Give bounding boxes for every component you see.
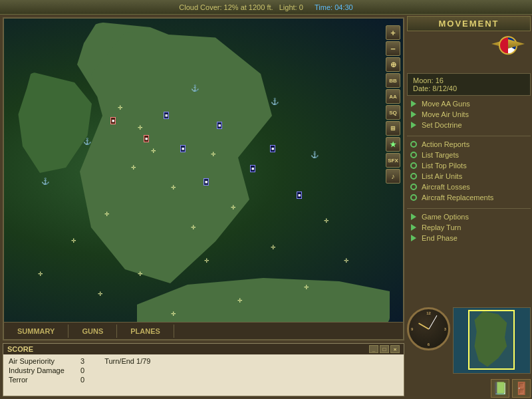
score-stats: Air Superiority 3 Industry Damage 0 Terr… xyxy=(9,357,84,384)
play-icon-air xyxy=(410,110,418,118)
map-area[interactable]: ⚓ ⚓ ⚓ ✛ ✛ ✛ ✛ ✛ ✛ ✛ ✛ ✛ ■ ■ ■ ■ ■ ■ ■ ■ xyxy=(4,19,403,322)
unit-cross-17: ✛ xyxy=(97,291,104,297)
unit-icon-button[interactable]: ⊞ xyxy=(386,121,400,136)
tab-planes[interactable]: PLANES xyxy=(117,325,174,338)
mini-map-viewport xyxy=(468,310,515,370)
score-body: Air Superiority 3 Industry Damage 0 Terr… xyxy=(3,354,404,386)
unit-cross-4: ✛ xyxy=(130,165,137,171)
menu-item-set-doctrine[interactable]: Set Doctrine xyxy=(407,120,531,130)
cloud-cover-text: Cloud Cover: 12% at 1200 ft. xyxy=(179,3,273,11)
game-options-label: Game Options xyxy=(422,213,469,221)
clock-num-3: 3 xyxy=(444,327,446,331)
air-superiority-value: 3 xyxy=(80,357,84,365)
unit-cross-10: ✛ xyxy=(70,238,77,244)
green-book-button[interactable]: 📗 xyxy=(491,379,509,398)
bb-button[interactable]: BB xyxy=(386,73,400,88)
score-header-controls: _ □ × xyxy=(369,345,400,353)
clock-minute-hand xyxy=(428,315,437,329)
unit-cross-19: ✛ xyxy=(323,218,330,224)
unit-red-2: ■ xyxy=(144,135,149,142)
unit-cross-12: ✛ xyxy=(203,258,210,264)
unit-cross-9: ✛ xyxy=(104,211,110,217)
menu-item-action-reports[interactable]: Action Reports xyxy=(407,139,531,150)
circle-icon-losses xyxy=(410,183,418,191)
music-button[interactable]: ♪ xyxy=(386,169,400,184)
terror-value: 0 xyxy=(80,376,84,384)
time-text: Time: 04:30 xyxy=(315,3,353,11)
menu-item-list-air-units[interactable]: List Air Units xyxy=(407,171,531,182)
map-toolbar: + − ⊕ BB AA SQ ⊞ ★ SFX ♪ xyxy=(386,25,400,184)
menu-section-options: Game Options Replay Turn End Phase xyxy=(407,211,531,243)
unit-cross-3: ✛ xyxy=(150,148,157,154)
menu-item-end-phase[interactable]: End Phase xyxy=(407,233,531,243)
menu-item-aircraft-losses[interactable]: Aircraft Losses xyxy=(407,182,531,192)
menu-item-list-targets[interactable]: List Targets xyxy=(407,150,531,160)
unit-anchor-1: ⚓ xyxy=(82,138,92,144)
moon-label: Moon: xyxy=(413,76,434,84)
menu-item-list-top-pilots[interactable]: List Top Pilots xyxy=(407,160,531,171)
aa-button[interactable]: AA xyxy=(386,89,400,104)
unit-blue-5: ■ xyxy=(250,165,255,172)
score-row-industry: Industry Damage 0 xyxy=(9,366,84,374)
score-header: SCORE _ □ × xyxy=(3,344,404,354)
score-title: SCORE xyxy=(7,345,33,353)
star-button[interactable]: ★ xyxy=(386,137,400,152)
map-container: ⚓ ⚓ ⚓ ✛ ✛ ✛ ✛ ✛ ✛ ✛ ✛ ✛ ■ ■ ■ ■ ■ ■ ■ ■ xyxy=(3,17,404,340)
unit-cross-14: ✛ xyxy=(303,285,310,291)
light-text: Light: 0 xyxy=(279,3,303,11)
clock-hour-hand xyxy=(418,323,429,330)
score-turn: Turn/End 1/79 xyxy=(104,357,150,384)
date-label: Date: xyxy=(413,84,430,92)
score-close-button[interactable]: × xyxy=(390,345,400,353)
sfx-button[interactable]: SFX xyxy=(386,153,400,168)
tab-summary[interactable]: SUMMARY xyxy=(4,325,68,338)
tab-guns[interactable]: GUNS xyxy=(68,325,117,338)
score-minimize-button[interactable]: _ xyxy=(369,345,378,353)
circle-icon-airunits xyxy=(410,172,418,180)
circle-icon-pilots xyxy=(410,162,418,170)
unit-anchor-2: ⚓ xyxy=(41,178,50,184)
unit-blue-4: ■ xyxy=(203,178,209,186)
score-restore-button[interactable]: □ xyxy=(380,345,389,353)
mini-map[interactable] xyxy=(453,307,531,374)
score-row-terror: Terror 0 xyxy=(9,376,84,384)
replay-turn-label: Replay Turn xyxy=(422,223,461,231)
end-phase-label: End Phase xyxy=(422,234,458,242)
menu-item-move-aa-guns[interactable]: Move AA Guns xyxy=(407,98,531,109)
unit-blue-2: ■ xyxy=(180,145,186,152)
menu-item-aircraft-replacements[interactable]: Aircraft Replacements xyxy=(407,192,531,203)
industry-damage-value: 0 xyxy=(80,366,84,374)
menu-section-movement: Move AA Guns Move Air Units Set Doctrine xyxy=(407,98,531,130)
list-air-units-label: List Air Units xyxy=(422,172,462,180)
circle-icon-replacements xyxy=(410,194,418,201)
zoom-in-button[interactable]: + xyxy=(386,25,400,40)
unit-anchor-3: ⚓ xyxy=(190,85,200,91)
turn-end-text: Turn/End 1/79 xyxy=(104,357,150,365)
door-button[interactable]: 🚪 xyxy=(512,379,531,398)
play-icon-doctrine xyxy=(410,121,418,129)
list-targets-label: List Targets xyxy=(422,151,459,159)
score-panel: SCORE _ □ × Air Superiority 3 Industry D… xyxy=(3,343,404,396)
sq-button[interactable]: SQ xyxy=(386,105,400,120)
menu-divider-2 xyxy=(407,208,531,209)
unit-cross-1: ✛ xyxy=(117,105,124,111)
unit-cross-8: ✛ xyxy=(190,225,197,231)
zoom-out-button[interactable]: − xyxy=(386,41,400,56)
play-icon-replay xyxy=(410,223,418,231)
aircraft-losses-label: Aircraft Losses xyxy=(422,183,470,191)
menu-item-game-options[interactable]: Game Options xyxy=(407,211,531,222)
unit-anchor-5: ⚓ xyxy=(310,152,319,158)
main-layout: ⚓ ⚓ ⚓ ✛ ✛ ✛ ✛ ✛ ✛ ✛ ✛ ✛ ■ ■ ■ ■ ■ ■ ■ ■ xyxy=(0,15,532,399)
move-aa-guns-label: Move AA Guns xyxy=(422,100,470,108)
right-panel: MOVEMENT Moon: 16 Date: 8/12/40 xyxy=(406,15,532,399)
menu-item-move-air-units[interactable]: Move Air Units xyxy=(407,109,531,120)
menu-item-replay-turn[interactable]: Replay Turn xyxy=(407,222,531,233)
clock-num-6: 6 xyxy=(428,342,430,346)
circle-icon-action xyxy=(410,140,418,148)
info-box: Moon: 16 Date: 8/12/40 xyxy=(407,73,531,96)
crosshair-button[interactable]: ⊕ xyxy=(386,57,400,72)
circle-icon-targets xyxy=(410,151,418,159)
date-value: 8/12/40 xyxy=(432,84,457,92)
unit-cross-18: ✛ xyxy=(37,271,44,277)
play-icon-end xyxy=(410,234,418,242)
